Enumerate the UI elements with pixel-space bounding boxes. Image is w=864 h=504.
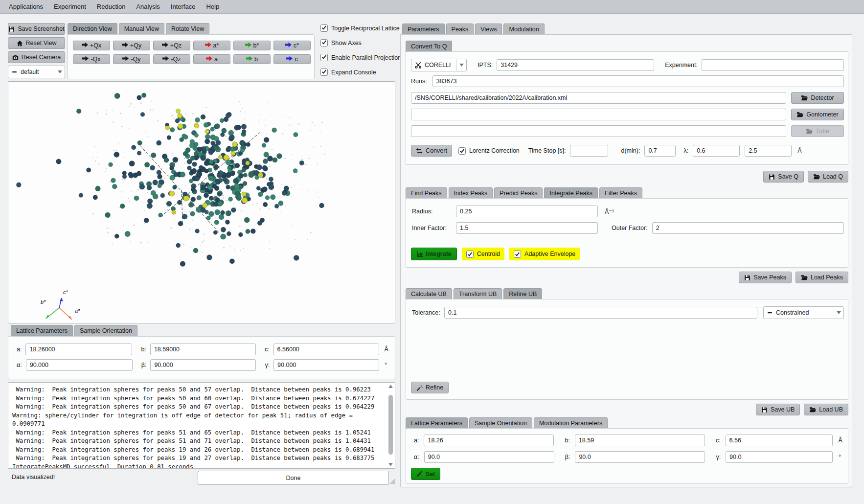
view-direction-button-qx[interactable]: +Qx bbox=[73, 41, 110, 50]
beta-field[interactable]: 90.0 bbox=[575, 451, 705, 463]
a-field[interactable]: 18.26 bbox=[424, 435, 554, 446]
scatter-point bbox=[246, 161, 250, 165]
view-direction-button-qz[interactable]: +Qz bbox=[153, 41, 190, 50]
save-peaks-button[interactable]: Save Peaks bbox=[739, 272, 792, 283]
dmin-field[interactable]: 0.7 bbox=[644, 145, 676, 157]
view-direction-button-b[interactable]: b bbox=[233, 54, 271, 64]
menu-analysis[interactable]: Analysis bbox=[131, 1, 164, 12]
checkbox-show-axes[interactable]: Show Axes bbox=[320, 39, 401, 46]
scrollbar-thumb[interactable] bbox=[388, 395, 393, 455]
tab-integrate-peaks[interactable]: Integrate Peaks bbox=[544, 187, 598, 199]
save-screenshot-button[interactable]: Save Screenshot bbox=[8, 23, 65, 35]
calibration-path-field[interactable]: /SNS/CORELLI/shared/calibration/2022A/ca… bbox=[411, 92, 786, 104]
scroll-down-icon[interactable] bbox=[388, 463, 393, 466]
radius-field[interactable]: 0.25 bbox=[456, 206, 598, 217]
tab-rotate-view[interactable]: Rotate View bbox=[166, 23, 209, 34]
b-field[interactable]: 18.59 bbox=[575, 435, 705, 446]
tab-filter-peaks[interactable]: Filter Peaks bbox=[599, 187, 642, 199]
view-direction-button-qy[interactable]: +Qy bbox=[113, 41, 150, 50]
scatter-point bbox=[225, 169, 226, 170]
ipts-field[interactable]: 31429 bbox=[497, 59, 654, 71]
log-console[interactable]: Warning: Peak integration spheres for pe… bbox=[8, 382, 395, 469]
integrate-button[interactable]: Integrate bbox=[411, 248, 457, 260]
menu-experiment[interactable]: Experiment bbox=[49, 1, 91, 12]
view-direction-button-c[interactable]: c* bbox=[273, 41, 311, 50]
set-button[interactable]: Set bbox=[411, 468, 440, 480]
load-peaks-button[interactable]: Load Peaks bbox=[796, 272, 848, 283]
reset-camera-button[interactable]: Reset Camera bbox=[8, 51, 65, 63]
menu-reduction[interactable]: Reduction bbox=[92, 1, 131, 12]
time-stop-field[interactable] bbox=[570, 145, 608, 157]
tab-find-peaks[interactable]: Find Peaks bbox=[406, 187, 447, 199]
save-ub-button[interactable]: Save UB bbox=[756, 404, 800, 415]
a-field[interactable]: 18.26000 bbox=[25, 344, 132, 355]
goniometer-button[interactable]: Goniometer bbox=[791, 109, 844, 120]
menu-help[interactable]: Help bbox=[201, 1, 224, 12]
runs-field[interactable]: 383673 bbox=[432, 75, 844, 87]
beta-field[interactable]: 90.000 bbox=[150, 359, 256, 371]
view-direction-button-a[interactable]: a bbox=[193, 54, 230, 64]
tab-convert-to-q[interactable]: Convert To Q bbox=[406, 41, 452, 52]
tab-manual-view[interactable]: Manual View bbox=[119, 23, 164, 34]
view-direction-button-qz[interactable]: -Qz bbox=[153, 54, 190, 64]
load-ub-button[interactable]: Load UB bbox=[804, 404, 848, 415]
c-field[interactable]: 6.56000 bbox=[273, 344, 379, 355]
console-scrollbar[interactable] bbox=[388, 384, 393, 467]
tab-index-peaks[interactable]: Index Peaks bbox=[449, 187, 493, 199]
tab-right-sample-orientation[interactable]: Sample Orientation bbox=[469, 417, 532, 429]
menu-interface[interactable]: Interface bbox=[166, 1, 201, 12]
outer-factor-field[interactable]: 2 bbox=[652, 222, 844, 234]
tube-path-field[interactable] bbox=[411, 125, 786, 137]
tab-right-lattice-parameters[interactable]: Lattice Parameters bbox=[406, 417, 468, 429]
goniometer-path-field[interactable] bbox=[411, 109, 786, 120]
instrument-select[interactable]: CORELLI bbox=[411, 59, 467, 71]
tab-direction-view[interactable]: Direction View bbox=[68, 23, 117, 34]
tab-transform-ub[interactable]: Transform UB bbox=[454, 288, 502, 299]
convert-button[interactable]: Convert bbox=[411, 145, 452, 157]
c-field[interactable]: 6.56 bbox=[726, 435, 833, 446]
scroll-up-icon[interactable] bbox=[388, 385, 393, 388]
tab-peaks[interactable]: Peaks bbox=[446, 23, 474, 35]
lorentz-correction-checkbox[interactable]: Lorentz Correction bbox=[458, 147, 520, 155]
view-direction-button-qx[interactable]: -Qx bbox=[73, 54, 110, 64]
tab-calculate-ub[interactable]: Calculate UB bbox=[406, 288, 452, 299]
gamma-field[interactable]: 90.0 bbox=[726, 451, 833, 463]
view-direction-button-a[interactable]: a* bbox=[193, 41, 230, 50]
load-q-button[interactable]: Load Q bbox=[808, 171, 848, 183]
3d-viewport[interactable]: b* c* a* bbox=[8, 81, 395, 323]
view-direction-button-c[interactable]: c bbox=[273, 54, 311, 64]
scatter-point bbox=[183, 196, 189, 201]
view-direction-button-qy[interactable]: -Qy bbox=[113, 54, 150, 64]
tab-left-sample-orientation[interactable]: Sample Orientation bbox=[74, 325, 137, 336]
b-field[interactable]: 18.59000 bbox=[150, 344, 256, 355]
save-q-button[interactable]: Save Q bbox=[763, 171, 804, 183]
tab-predict-peaks[interactable]: Predict Peaks bbox=[494, 187, 543, 199]
alpha-field[interactable]: 90.000 bbox=[26, 359, 133, 371]
adaptive-envelope-checkbox[interactable]: Adaptive Envelope bbox=[509, 248, 580, 260]
tab-right-modulation-parameters[interactable]: Modulation Parameters bbox=[534, 417, 608, 429]
experiment-field[interactable] bbox=[702, 59, 844, 71]
checkbox-toggle-reciprocal-lattice[interactable]: Toggle Reciprocal Lattice bbox=[320, 24, 401, 32]
view-direction-button-b[interactable]: b* bbox=[233, 41, 271, 50]
menu-applications[interactable]: Applications bbox=[4, 1, 48, 12]
detector-button[interactable]: Detector bbox=[791, 92, 844, 104]
alpha-field[interactable]: 90.0 bbox=[424, 451, 554, 463]
refine-mode-select[interactable]: Constrained bbox=[763, 306, 844, 319]
tab-refine-ub[interactable]: Refine UB bbox=[503, 288, 542, 299]
lambda-min-field[interactable]: 0.6 bbox=[693, 145, 740, 157]
checkbox-enable-parallel-projection[interactable]: Enable Parallel Projection bbox=[320, 54, 401, 61]
tolerance-field[interactable]: 0.1 bbox=[444, 307, 757, 319]
centroid-checkbox[interactable]: Centroid bbox=[462, 248, 504, 260]
resize-grip[interactable] bbox=[389, 478, 395, 484]
tab-left-lattice-parameters[interactable]: Lattice Parameters bbox=[11, 325, 73, 336]
inner-factor-field[interactable]: 1.5 bbox=[456, 222, 598, 234]
reset-view-button[interactable]: Reset View bbox=[8, 37, 65, 49]
refine-button[interactable]: Refine bbox=[411, 382, 449, 393]
view-preset-select[interactable]: default bbox=[8, 66, 65, 78]
tab-modulation[interactable]: Modulation bbox=[503, 23, 544, 35]
tab-parameters[interactable]: Parameters bbox=[402, 23, 445, 35]
lambda-max-field[interactable]: 2.5 bbox=[745, 145, 792, 157]
checkbox-expand-console[interactable]: Expand Console bbox=[320, 69, 401, 76]
gamma-field[interactable]: 90.000 bbox=[273, 359, 379, 371]
tab-views[interactable]: Views bbox=[475, 23, 502, 35]
